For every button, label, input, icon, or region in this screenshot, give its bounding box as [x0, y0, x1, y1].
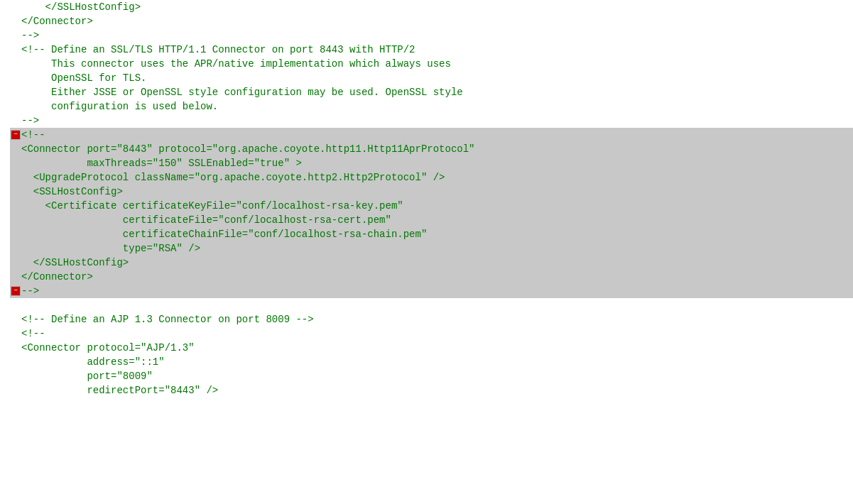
line-8: configuration is used below. — [10, 99, 853, 114]
line-1: </SSLHostConfig> — [10, 0, 853, 14]
line-28: redirectPort="8443" /> — [10, 383, 853, 398]
line-5: This connector uses the APR/native imple… — [10, 57, 853, 71]
line-9: --> — [10, 114, 853, 128]
line-11: <Connector port="8443" protocol="org.apa… — [10, 142, 853, 156]
line-10: −<!-- — [10, 128, 853, 142]
line-text-23: <!-- Define an AJP 1.3 Connector on port… — [21, 312, 314, 327]
line-text-12: maxThreads="150" SSLEnabled="true" > — [21, 156, 302, 170]
line-13: <UpgradeProtocol className="org.apache.c… — [10, 170, 853, 185]
line-text-7: Either JSSE or OpenSSL style configurati… — [21, 85, 463, 99]
line-text-19: </SSLHostConfig> — [21, 256, 129, 270]
line-text-4: <!-- Define an SSL/TLS HTTP/1.1 Connecto… — [21, 43, 415, 57]
line-19: </SSLHostConfig> — [10, 256, 853, 270]
line-text-16: certificateFile="conf/localhost-rsa-cert… — [21, 213, 391, 227]
line-text-10: <!-- — [21, 128, 45, 142]
line-text-6: OpenSSL for TLS. — [21, 71, 146, 85]
line-text-5: This connector uses the APR/native imple… — [21, 57, 451, 71]
line-15: <Certificate certificateKeyFile="conf/lo… — [10, 199, 853, 213]
line-text-27: port="8009" — [21, 369, 153, 383]
line-text-26: address="::1" — [21, 355, 165, 369]
line-text-18: type="RSA" /> — [21, 241, 200, 256]
code-pre: </SSLHostConfig></Connector>--><!-- Defi… — [10, 0, 853, 398]
line-12: maxThreads="150" SSLEnabled="true" > — [10, 156, 853, 170]
line-25: <Connector protocol="AJP/1.3" — [10, 341, 853, 355]
line-14: <SSLHostConfig> — [10, 185, 853, 199]
line-26: address="::1" — [10, 355, 853, 369]
line-text-3: --> — [21, 28, 39, 43]
line-text-17: certificateChainFile="conf/localhost-rsa… — [21, 227, 427, 241]
line-text-13: <UpgradeProtocol className="org.apache.c… — [21, 170, 445, 185]
line-3: --> — [10, 28, 853, 43]
line-21: −--> — [10, 284, 853, 298]
line-text-11: <Connector port="8443" protocol="org.apa… — [21, 142, 475, 156]
line-text-1: </SSLHostConfig> — [21, 0, 141, 14]
line-text-24: <!-- — [21, 327, 45, 341]
fold-minus-icon[interactable]: − — [11, 130, 21, 140]
line-text-8: configuration is used below. — [21, 99, 218, 114]
line-18: type="RSA" /> — [10, 241, 853, 256]
line-text-2: </Connector> — [21, 14, 93, 28]
line-17: certificateChainFile="conf/localhost-rsa… — [10, 227, 853, 241]
line-4: <!-- Define an SSL/TLS HTTP/1.1 Connecto… — [10, 43, 853, 57]
line-22 — [10, 298, 853, 312]
line-24: <!-- — [10, 327, 853, 341]
code-content[interactable]: </SSLHostConfig></Connector>--><!-- Defi… — [4, 0, 853, 504]
line-text-15: <Certificate certificateKeyFile="conf/lo… — [21, 199, 403, 213]
line-2: </Connector> — [10, 14, 853, 28]
line-23: <!-- Define an AJP 1.3 Connector on port… — [10, 312, 853, 327]
line-16: certificateFile="conf/localhost-rsa-cert… — [10, 213, 853, 227]
line-text-9: --> — [21, 114, 39, 128]
line-text-28: redirectPort="8443" /> — [21, 383, 218, 398]
line-text-14: <SSLHostConfig> — [21, 185, 123, 199]
line-27: port="8009" — [10, 369, 853, 383]
editor-container: </SSLHostConfig></Connector>--><!-- Defi… — [0, 0, 853, 504]
line-6: OpenSSL for TLS. — [10, 71, 853, 85]
line-7: Either JSSE or OpenSSL style configurati… — [10, 85, 853, 99]
line-text-21: --> — [21, 284, 39, 298]
fold-minus-icon[interactable]: − — [11, 286, 21, 296]
code-area: </SSLHostConfig></Connector>--><!-- Defi… — [0, 0, 853, 504]
line-text-20: </Connector> — [21, 270, 93, 284]
line-20: </Connector> — [10, 270, 853, 284]
line-text-25: <Connector protocol="AJP/1.3" — [21, 341, 195, 355]
